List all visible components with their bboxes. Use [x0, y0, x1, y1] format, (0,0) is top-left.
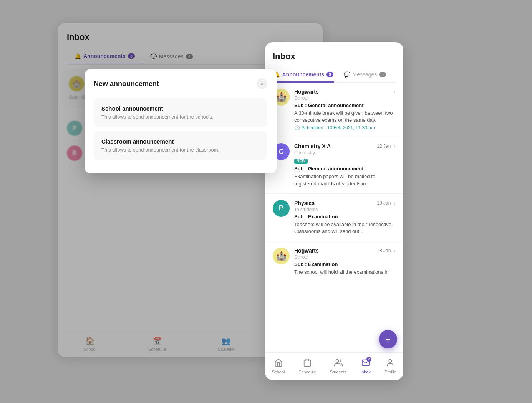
- messages-bubble-icon: 💬: [344, 71, 350, 78]
- inbox-list: 🏰 Hogwarts › School Sub : General announ…: [265, 83, 403, 367]
- nav-school[interactable]: School: [272, 358, 285, 374]
- clock-icon: 🕐: [294, 125, 300, 130]
- nav-schedule[interactable]: Schedule: [298, 358, 316, 374]
- tab-announcements[interactable]: 🔔 Announcements 3: [273, 68, 334, 83]
- ann-content-2: Chemistry X A 12 Jan › Chemistry NEW Sub…: [294, 143, 396, 187]
- schedule-icon: [303, 358, 312, 368]
- scheduled-text-1: 🕐 Scheduled : 10 Feb 2021, 11:30 am: [294, 125, 396, 130]
- school-icon: [274, 358, 283, 368]
- school-announcement-title: School announcement: [101, 105, 260, 112]
- chevron-right-icon-1: ›: [394, 89, 396, 95]
- announcement-item-1[interactable]: 🏰 Hogwarts › School Sub : General announ…: [265, 83, 403, 137]
- avatar-physics: P: [273, 200, 290, 217]
- nav-inbox[interactable]: 7 Inbox: [360, 358, 371, 374]
- school-announcement-desc: This allows to send announcement for the…: [101, 114, 260, 120]
- chevron-right-icon-4: ›: [394, 248, 396, 254]
- new-badge-2: NEW: [294, 159, 308, 164]
- announcement-item-2[interactable]: C Chemistry X A 12 Jan › Chemistry NEW S…: [265, 137, 403, 193]
- svg-point-5: [389, 360, 392, 362]
- svg-point-4: [336, 360, 338, 362]
- modal-close-button[interactable]: ×: [257, 78, 267, 89]
- inbox-header: Inbox 🔔 Announcements 3 💬 Messages 4: [265, 42, 403, 83]
- classroom-announcement-option[interactable]: Classroom announcement This allows to se…: [94, 131, 267, 160]
- modal-title: New announcement: [94, 80, 159, 88]
- tab-messages[interactable]: 💬 Messages 4: [334, 68, 396, 83]
- nav-profile[interactable]: Profile: [384, 358, 396, 374]
- school-announcement-option[interactable]: School announcement This allows to send …: [94, 98, 267, 127]
- inbox-bottom-nav: School Schedule Students 7 Inbox: [265, 352, 403, 380]
- avatar-hogwarts-4: 🏰: [273, 248, 290, 264]
- inbox-tabs: 🔔 Announcements 3 💬 Messages 4: [273, 68, 396, 83]
- ann-content-1: Hogwarts › School Sub : General announce…: [294, 89, 396, 130]
- new-announcement-modal: New announcement × School announcement T…: [85, 69, 277, 173]
- chevron-right-icon-2: ›: [394, 143, 396, 149]
- ann-content-3: Physics 10 Jan › To students Sub : Exami…: [294, 200, 396, 235]
- nav-students[interactable]: Students: [330, 358, 346, 374]
- announcement-item-4[interactable]: 🏰 Hogwarts 8 Jan › School Sub : Examinat…: [265, 241, 403, 282]
- svg-rect-0: [304, 360, 311, 367]
- classroom-announcement-desc: This allows to send announcement for the…: [101, 147, 260, 153]
- chevron-right-icon-3: ›: [394, 200, 396, 206]
- students-icon: [334, 358, 343, 368]
- fab-new-announcement[interactable]: +: [379, 330, 397, 348]
- announcement-item-3[interactable]: P Physics 10 Jan › To students Sub : Exa…: [265, 194, 403, 241]
- inbox-panel: Inbox 🔔 Announcements 3 💬 Messages 4 🏰 H…: [265, 42, 403, 380]
- inbox-title: Inbox: [273, 51, 396, 61]
- profile-icon: [386, 358, 394, 368]
- modal-header: New announcement ×: [94, 78, 267, 89]
- ann-content-4: Hogwarts 8 Jan › School Sub : Examinatio…: [294, 248, 396, 276]
- classroom-announcement-title: Classroom announcement: [101, 138, 260, 145]
